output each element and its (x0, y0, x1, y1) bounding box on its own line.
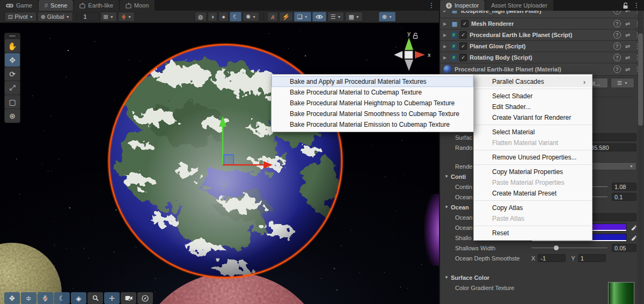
color-gradient-texture-preview[interactable] (608, 282, 634, 304)
foldout-icon[interactable]: ▶ (443, 33, 448, 38)
inspector-scrollbar[interactable] (638, 11, 643, 304)
menu-item-bake-emission[interactable]: Bake Procedural Material Emission to Cub… (272, 119, 473, 130)
move-gizmo[interactable] (215, 112, 279, 171)
menu-item-create-material-preset[interactable]: Create Material Preset (474, 188, 592, 199)
component-mesh-renderer[interactable]: ▶ ▩ ✓ Mesh Renderer ?⇌⋮ (440, 18, 644, 30)
menu-item-bake-to-cubemap[interactable]: Bake Procedural Material to Cubemap Text… (272, 87, 473, 98)
drag-handle[interactable] (9, 35, 16, 37)
menu-item-bake-heightmap[interactable]: Bake Procedural Material Heightmap to Cu… (272, 98, 473, 108)
rect-tool-button[interactable]: ▢ (5, 95, 20, 108)
menu-item-bake-smoothness[interactable]: Bake Procedural Material Smoothness to C… (272, 108, 473, 119)
purple-planet-object[interactable] (424, 194, 439, 266)
eyedropper-icon[interactable] (630, 224, 636, 231)
menu-item-select-shader[interactable]: Select Shader (474, 91, 592, 102)
foldout-open-icon[interactable]: ▼ (444, 275, 451, 280)
grid-size-input[interactable] (81, 12, 99, 21)
grid-snap-button[interactable]: ⊞▼ (100, 12, 117, 21)
menu-item-remove-unused-properties[interactable]: Remove Unused Properties... (474, 152, 592, 163)
enabled-checkbox[interactable]: ✓ (459, 31, 467, 39)
neg-y-axis-cone[interactable] (405, 60, 413, 71)
presets-icon[interactable]: ⇌ (625, 43, 630, 50)
orientation-gizmo[interactable]: y x (387, 30, 430, 73)
z-field[interactable]: 135.580 (585, 143, 636, 151)
property-row-color-gradient-texture[interactable]: Color Gradient Texture (440, 283, 636, 293)
handle-space-button[interactable]: ⊕ Global ▼ (38, 12, 73, 21)
gizmo-toggle-button[interactable]: ⊕▼ (379, 12, 396, 21)
presets-icon[interactable]: ⇌ (625, 20, 630, 27)
scene-lighting-button[interactable]: ⚡ (279, 12, 293, 21)
foldout-icon[interactable]: ▶ (443, 11, 448, 13)
value-field[interactable]: 1.08 (612, 183, 636, 191)
value-field[interactable]: 0.05 (612, 244, 636, 252)
move-overlay-button[interactable]: ✛ (104, 292, 120, 304)
tab-game[interactable]: Game (0, 0, 38, 11)
foldout-open-icon[interactable]: ▼ (444, 205, 451, 209)
draw-mode-button[interactable]: ✺▼ (243, 12, 259, 21)
menu-item-edit-shader[interactable]: Edit Shader... (474, 102, 592, 112)
help-icon[interactable]: ? (613, 11, 621, 15)
transform-tool-button[interactable]: ⊛ (5, 109, 20, 122)
component-planet-glow[interactable]: ▶ # ✓ Planet Glow (Script) ?⇌⋮ (440, 41, 644, 52)
hand-tool-button[interactable]: ✋ (5, 39, 20, 53)
overlay-layers-button[interactable]: ☰▼ (327, 12, 345, 21)
camera-overlay-button[interactable] (121, 292, 136, 304)
scrollbar-thumb[interactable] (638, 33, 643, 126)
x-field[interactable]: -1 (538, 254, 566, 262)
component-rotating-body[interactable]: ▶ # ✓ Rotating Body (Script) ?⇌⋮ (440, 52, 644, 63)
gizmo-unlock-icon[interactable] (412, 32, 419, 39)
slider[interactable] (531, 244, 608, 252)
enabled-checkbox[interactable]: ✓ (459, 54, 467, 61)
night-overlay-button[interactable]: ☾ (54, 292, 70, 304)
foldout-icon[interactable]: ▶ (443, 55, 448, 60)
rotate-tool-button[interactable]: ⟳ (5, 67, 20, 81)
tab-earth-like[interactable]: Earth-like (74, 0, 119, 11)
pivot-toggle-button[interactable]: ⊡ Pivot ▼ (5, 12, 36, 21)
grid-snap-overlay-button[interactable]: ⋕ (38, 292, 53, 304)
property-row-shallows-width[interactable]: Shallows Width 0.05 (440, 243, 636, 253)
view-options-button[interactable]: ≑ (21, 292, 36, 304)
unlit-button[interactable]: ● (218, 12, 229, 21)
help-icon[interactable]: ? (613, 31, 621, 39)
property-header-surface-color[interactable]: ▼ Surface Color (440, 272, 636, 283)
scene-viewport[interactable]: y x ✋ ✥ ⟳ ⤢ ▢ ⊛ ✥ ≑ ⋕ ☾ ◈ (0, 23, 439, 304)
enabled-checkbox[interactable]: ✓ (461, 20, 469, 27)
gizmo-center-cube[interactable] (405, 51, 413, 59)
shaded-wireframe-button[interactable]: ◍ (195, 12, 207, 21)
xy-plane-handle[interactable] (224, 155, 233, 165)
presets-icon[interactable]: ⇌ (625, 66, 630, 73)
value-field[interactable]: 0.1 (612, 193, 636, 201)
component-procedural-earth-like-planet[interactable]: ▶ # ✓ Procedural Earth Like Planet (Scri… (440, 30, 644, 41)
help-icon[interactable]: ? (613, 42, 621, 50)
menu-item-parallel-cascades[interactable]: Parallel Cascades › (474, 76, 592, 87)
compass-overlay-button[interactable] (137, 292, 153, 304)
unlock-icon[interactable] (623, 2, 628, 9)
inspector-menu-icon[interactable]: ⋮ (633, 2, 640, 9)
scene-effects-button[interactable]: ❏▼ (294, 12, 311, 21)
component-mesh-filter[interactable]: ▶ ▦ Icosphere_high (Mesh Filter) ?⇌⋮ (440, 11, 644, 18)
tab-moon[interactable]: Moon (120, 0, 155, 11)
scale-tool-button[interactable]: ⤢ (5, 81, 20, 95)
foldout-icon[interactable]: ▶ (443, 44, 448, 49)
x-axis-cone[interactable] (415, 51, 425, 59)
y-axis-cone[interactable] (405, 38, 413, 50)
presets-icon[interactable]: ⇌ (625, 11, 630, 14)
increment-snap-button[interactable]: ⋕▼ (118, 12, 135, 21)
neg-x-axis-cone[interactable] (394, 51, 402, 59)
scene-visibility-button[interactable] (312, 12, 326, 21)
foldout-icon[interactable]: ▶ (443, 21, 448, 26)
shaded-button[interactable]: ◑ (208, 12, 218, 21)
tab-asset-store-uploader[interactable]: Asset Store Uploader (485, 0, 553, 11)
help-icon[interactable]: ? (613, 20, 621, 27)
menu-item-copy-material-properties[interactable]: Copy Material Properties (474, 167, 592, 177)
menu-item-create-variant-for-renderer[interactable]: Create Variant for Renderer (474, 112, 592, 123)
property-row-ocean-depth-smoothstep[interactable]: Ocean Depth Smoothste X -1 Y 1 (440, 253, 636, 263)
move-tool-button[interactable]: ✥ (5, 53, 20, 67)
tools-overlay-button[interactable]: ✥ (4, 292, 20, 304)
menu-item-bake-and-apply-all[interactable]: Bake and Apply all Procedural Material T… (272, 76, 473, 87)
material-preset-button[interactable]: ☰▼ (611, 78, 634, 88)
perspective-overlay-button[interactable]: ◈ (71, 292, 86, 304)
tab-scene[interactable]: # Scene (39, 0, 73, 11)
menu-item-copy-atlas[interactable]: Copy Atlas (474, 202, 592, 213)
menu-item-select-material[interactable]: Select Material (474, 127, 592, 137)
camera-settings-button[interactable]: ▦▼ (345, 12, 362, 21)
